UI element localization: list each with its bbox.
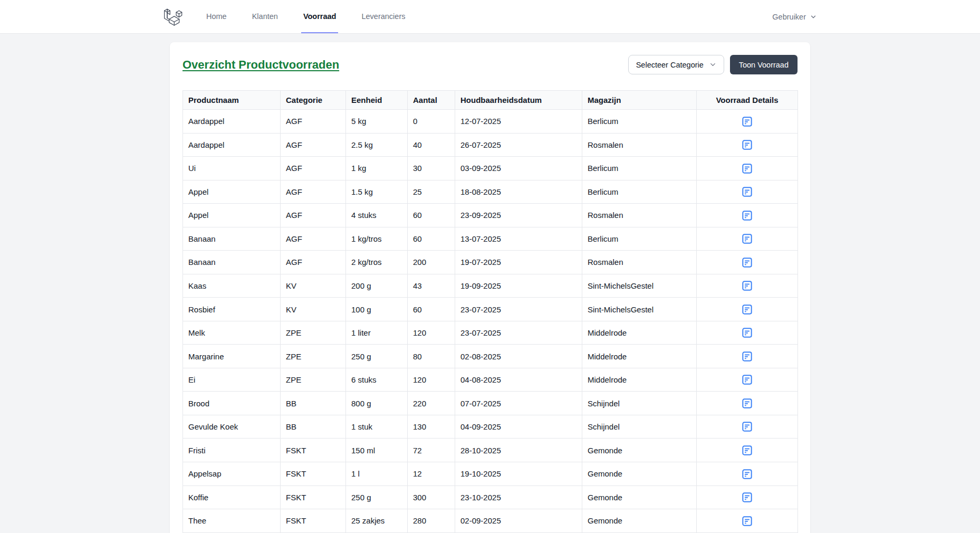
quantity-cell: 72 (408, 439, 455, 462)
document-lines-icon (742, 492, 752, 502)
voorraad-details-button[interactable] (742, 492, 752, 502)
chevron-down-icon (810, 13, 817, 21)
voorraad-details-button[interactable] (742, 445, 752, 455)
warehouse-cell: Rosmalen (582, 133, 697, 157)
expiry-date-cell: 02-08-2025 (455, 345, 582, 368)
nav-item-leveranciers[interactable]: Leveranciers (359, 0, 407, 33)
table-row: Kaas KV 200 g 43 19-09-2025 Sint-Michels… (183, 274, 798, 298)
details-cell (697, 274, 798, 298)
voorraad-details-button[interactable] (742, 187, 752, 197)
category-cell: ZPE (281, 368, 346, 392)
category-cell: BB (281, 392, 346, 415)
table-row: Thee FSKT 25 zakjes 280 02-09-2025 Gemon… (183, 509, 798, 533)
table-row: Banaan AGF 2 kg/tros 200 19-07-2025 Rosm… (183, 251, 798, 274)
table-header-row: Productnaam Categorie Eenheid Aantal Hou… (183, 91, 798, 110)
unit-cell: 2 kg/tros (346, 251, 408, 274)
document-lines-icon (742, 445, 752, 455)
warehouse-cell: Rosmalen (582, 204, 697, 227)
table-row: Koffie FSKT 250 g 300 23-10-2025 Gemonde (183, 486, 798, 509)
product-name-cell: Gevulde Koek (183, 415, 281, 439)
voorraad-details-button[interactable] (742, 351, 752, 361)
voorraad-details-button[interactable] (742, 234, 752, 244)
quantity-cell: 43 (408, 274, 455, 298)
document-lines-icon (742, 469, 752, 479)
page-title-link[interactable]: Overzicht Productvoorraden (182, 58, 339, 72)
product-name-cell: Banaan (183, 251, 281, 274)
expiry-date-cell: 04-09-2025 (455, 415, 582, 439)
show-stock-button[interactable]: Toon Voorraad (730, 55, 798, 74)
unit-cell: 2.5 kg (346, 133, 408, 157)
details-cell (697, 392, 798, 415)
document-lines-icon (742, 304, 752, 315)
table-row: Banaan AGF 1 kg/tros 60 13-07-2025 Berli… (183, 227, 798, 251)
unit-cell: 800 g (346, 392, 408, 415)
voorraad-details-button[interactable] (742, 258, 752, 268)
voorraad-details-button[interactable] (742, 375, 752, 385)
table-row: Brood BB 800 g 220 07-07-2025 Schijndel (183, 392, 798, 415)
voorraad-details-button[interactable] (742, 281, 752, 291)
voorraad-details-button[interactable] (742, 164, 752, 174)
document-lines-icon (742, 187, 752, 197)
voorraad-details-button[interactable] (742, 304, 752, 315)
details-cell (697, 298, 798, 321)
user-menu-dropdown[interactable]: Gebruiker (772, 13, 817, 21)
column-header-magazijn: Magazijn (582, 91, 697, 110)
voorraad-details-button[interactable] (742, 516, 752, 526)
voorraad-details-button[interactable] (742, 211, 752, 221)
category-select[interactable]: Selecteer Categorie (628, 55, 724, 74)
unit-cell: 150 ml (346, 439, 408, 462)
unit-cell: 1 stuk (346, 415, 408, 439)
voorraad-details-button[interactable] (742, 140, 752, 150)
top-navbar: Home Klanten Voorraad Leveranciers Gebru… (0, 0, 980, 34)
unit-cell: 5 kg (346, 110, 408, 134)
quantity-cell: 0 (408, 110, 455, 134)
voorraad-details-button[interactable] (742, 398, 752, 408)
nav-item-home[interactable]: Home (204, 0, 229, 33)
category-cell: BB (281, 415, 346, 439)
unit-cell: 6 stuks (346, 368, 408, 392)
column-header-aantal: Aantal (408, 91, 455, 110)
warehouse-cell: Middelrode (582, 368, 697, 392)
voorraad-details-button[interactable] (742, 469, 752, 479)
category-cell: AGF (281, 251, 346, 274)
details-cell (697, 227, 798, 251)
chevron-down-icon (709, 61, 717, 69)
quantity-cell: 120 (408, 321, 455, 345)
product-name-cell: Melk (183, 321, 281, 345)
warehouse-cell: Rosmalen (582, 251, 697, 274)
product-name-cell: Kaas (183, 274, 281, 298)
category-cell: FSKT (281, 509, 346, 533)
product-name-cell: Margarine (183, 345, 281, 368)
unit-cell: 1 kg/tros (346, 227, 408, 251)
details-cell (697, 462, 798, 486)
column-header-voorraad-details: Voorraad Details (697, 91, 798, 110)
inventory-table: Productnaam Categorie Eenheid Aantal Hou… (182, 90, 798, 533)
warehouse-cell: Gemonde (582, 486, 697, 509)
warehouse-cell: Gemonde (582, 439, 697, 462)
laravel-logo[interactable] (163, 0, 183, 33)
details-cell (697, 157, 798, 180)
nav-item-voorraad[interactable]: Voorraad (301, 0, 339, 33)
unit-cell: 250 g (346, 345, 408, 368)
quantity-cell: 40 (408, 133, 455, 157)
quantity-cell: 30 (408, 157, 455, 180)
expiry-date-cell: 23-10-2025 (455, 486, 582, 509)
unit-cell: 1.5 kg (346, 180, 408, 204)
category-select-value: Selecteer Categorie (636, 61, 704, 69)
quantity-cell: 280 (408, 509, 455, 533)
table-row: Appel AGF 4 stuks 60 23-09-2025 Rosmalen (183, 204, 798, 227)
voorraad-details-button[interactable] (742, 117, 752, 127)
expiry-date-cell: 19-09-2025 (455, 274, 582, 298)
column-header-houdbaarheidsdatum: Houdbaarheidsdatum (455, 91, 582, 110)
expiry-date-cell: 23-09-2025 (455, 204, 582, 227)
table-row: Aardappel AGF 2.5 kg 40 26-07-2025 Rosma… (183, 133, 798, 157)
category-cell: ZPE (281, 321, 346, 345)
table-row: Rosbief KV 100 g 60 23-07-2025 Sint-Mich… (183, 298, 798, 321)
nav-item-klanten[interactable]: Klanten (250, 0, 280, 33)
document-lines-icon (742, 422, 752, 432)
voorraad-details-button[interactable] (742, 422, 752, 432)
category-cell: AGF (281, 204, 346, 227)
voorraad-details-button[interactable] (742, 328, 752, 338)
column-header-eenheid: Eenheid (346, 91, 408, 110)
document-lines-icon (742, 398, 752, 408)
